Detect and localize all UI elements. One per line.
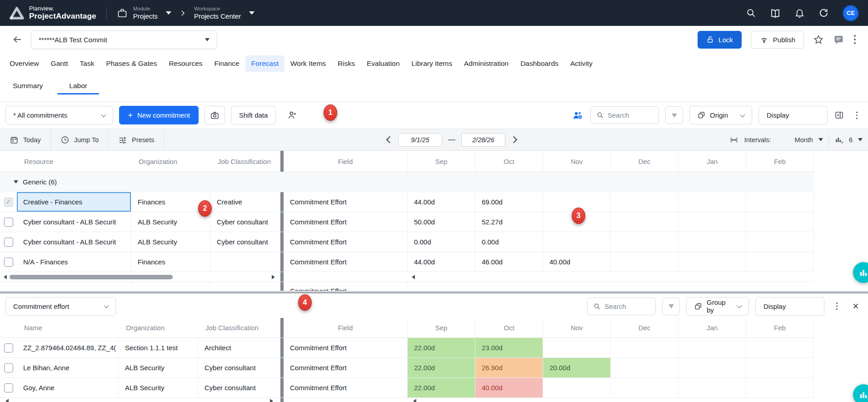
job-classification-cell[interactable]	[210, 252, 280, 272]
notes-icon[interactable]	[833, 34, 844, 45]
value-cell-dec[interactable]	[611, 212, 678, 232]
value-cell-sep[interactable]: 44.00d	[408, 252, 475, 272]
value-cell-oct[interactable]: 26.90d	[475, 358, 543, 377]
scrollbar-thumb[interactable]	[10, 275, 173, 279]
lock-button[interactable]: Lock	[698, 31, 742, 49]
table-row[interactable]: Creative - Finances Finances Creative Co…	[0, 192, 814, 212]
value-cell-jan[interactable]	[678, 338, 746, 357]
scroll-left-arrow[interactable]	[413, 399, 416, 402]
more-options-kebab-icon[interactable]	[853, 35, 856, 45]
value-cell-oct[interactable]: 40.00d	[475, 378, 543, 397]
subtab-summary[interactable]: Summary	[12, 80, 44, 98]
row-checkbox[interactable]	[4, 198, 13, 207]
job-classification-cell[interactable]: Cyber consultant	[210, 232, 280, 252]
organization-cell[interactable]: ALB Security	[119, 378, 198, 397]
organization-cell[interactable]: Finances	[131, 252, 210, 272]
tab-finance[interactable]: Finance	[209, 55, 245, 72]
value-cell-feb[interactable]	[746, 358, 814, 377]
field-cell[interactable]: Commitment Effort	[284, 232, 408, 252]
table-row[interactable]: Cyber consultant - ALB Securit ALB Secur…	[0, 232, 814, 252]
scroll-left-arrow[interactable]	[4, 275, 7, 279]
value-cell-sep[interactable]: 22.00d	[408, 358, 475, 377]
value-cell-feb[interactable]	[746, 192, 814, 212]
tab-resources[interactable]: Resources	[163, 55, 208, 72]
value-cell-jan[interactable]	[678, 232, 746, 252]
table-row[interactable]: N/A - Finances Finances Commitment Effor…	[0, 252, 814, 272]
grid2-pane-splitter[interactable]	[280, 318, 284, 337]
grid1-pane-splitter[interactable]	[280, 272, 284, 282]
presets-button[interactable]: Presets	[109, 129, 164, 150]
value-cell-sep[interactable]: 22.00d	[408, 338, 475, 357]
job-classification-cell[interactable]: Creative	[210, 192, 280, 212]
display-button[interactable]: Display	[755, 297, 824, 316]
previous-period-chevron[interactable]	[386, 136, 394, 144]
value-cell-feb[interactable]	[746, 378, 814, 397]
interval-unit-caret[interactable]	[818, 138, 823, 141]
publish-button[interactable]: Publish	[751, 31, 804, 49]
table-row-clipped[interactable]: Commitment Effort	[0, 282, 814, 291]
new-commitment-button[interactable]: + New commitment	[119, 106, 199, 124]
field-cell[interactable]: Commitment Effort	[284, 192, 408, 212]
value-cell-sep[interactable]: 0.00d	[408, 232, 475, 252]
grid2-pane-splitter[interactable]	[280, 378, 284, 397]
next-period-chevron[interactable]	[510, 136, 518, 144]
module-switcher[interactable]: Module Projects	[117, 6, 171, 20]
table-row[interactable]: Le Bihan, Anne ALB Security Cyber consul…	[0, 358, 814, 378]
interval-count-caret[interactable]	[858, 138, 863, 141]
table-row[interactable]: Cyber consultant - ALB Securit ALB Secur…	[0, 212, 814, 232]
grid1-horizontal-scrollbar[interactable]	[0, 272, 814, 282]
resource-cell[interactable]: N/A - Finances	[17, 252, 131, 272]
subtab-labor[interactable]: Labor	[68, 80, 88, 98]
collapse-group-icon[interactable]	[14, 180, 18, 184]
range-end-input[interactable]	[461, 133, 505, 147]
tab-dashboards[interactable]: Dashboards	[514, 55, 564, 72]
grid1-pane-splitter[interactable]	[280, 282, 284, 291]
scroll-right-arrow[interactable]	[270, 399, 273, 402]
value-cell-dec[interactable]	[611, 378, 678, 397]
value-cell-nov[interactable]: 40.00d	[543, 252, 611, 272]
value-cell-oct[interactable]: 46.00d	[475, 252, 543, 272]
tab-task[interactable]: Task	[74, 55, 100, 72]
tab-evaluation[interactable]: Evaluation	[361, 55, 405, 72]
row-checkbox[interactable]	[4, 218, 13, 227]
display-button[interactable]: Display	[758, 106, 828, 124]
job-classification-cell[interactable]: Cyber consultant	[210, 212, 280, 232]
job-classification-cell[interactable]: Architect	[198, 338, 280, 357]
notifications-bell-icon[interactable]	[794, 8, 805, 18]
name-cell[interactable]: Le Bihan, Anne	[17, 358, 119, 377]
grid1-pane-splitter[interactable]	[280, 212, 284, 232]
value-cell-dec[interactable]	[611, 252, 678, 272]
organization-cell[interactable]: Section 1.1.1 test	[119, 338, 198, 357]
tab-activity[interactable]: Activity	[564, 55, 599, 72]
field-cell[interactable]: Commitment Effort	[284, 282, 408, 291]
help-book-icon[interactable]	[770, 8, 781, 19]
value-cell-jan[interactable]	[678, 192, 746, 212]
project-selector[interactable]: ******ALB Test Commit	[31, 30, 217, 49]
scroll-right-arrow[interactable]	[272, 275, 275, 279]
grid1-pane-splitter[interactable]	[280, 151, 284, 172]
tab-library-items[interactable]: Library Items	[405, 55, 458, 72]
avatar[interactable]: CE	[843, 5, 859, 21]
grid1-pane-splitter[interactable]	[280, 252, 284, 272]
commitments-filter-select[interactable]: * All commitments	[5, 106, 113, 124]
assign-person-button[interactable]	[282, 106, 302, 124]
range-start-input[interactable]	[398, 133, 442, 147]
value-cell-dec[interactable]	[611, 192, 678, 212]
scroll-left-arrow[interactable]	[412, 275, 415, 279]
row-checkbox[interactable]	[4, 383, 13, 392]
value-cell-jan[interactable]	[678, 378, 746, 397]
group-row-generic[interactable]: Generic (6)	[0, 172, 814, 192]
snapshot-camera-button[interactable]	[205, 106, 225, 124]
favorite-star-icon[interactable]	[813, 34, 824, 45]
grid2-horizontal-scrollbar[interactable]	[0, 398, 814, 402]
search-icon[interactable]	[746, 8, 756, 18]
row-checkbox[interactable]	[4, 238, 13, 247]
row-checkbox[interactable]	[4, 258, 13, 267]
value-cell-oct[interactable]: 23.00d	[475, 338, 543, 357]
organization-cell[interactable]: ALB Security	[119, 358, 198, 377]
grid1-pane-splitter[interactable]	[280, 232, 284, 252]
row-checkbox[interactable]	[4, 343, 13, 352]
value-cell-oct[interactable]: 69.00d	[475, 192, 543, 212]
tab-phases-gates[interactable]: Phases & Gates	[100, 55, 163, 72]
grid1-kebab-icon[interactable]	[851, 106, 863, 124]
